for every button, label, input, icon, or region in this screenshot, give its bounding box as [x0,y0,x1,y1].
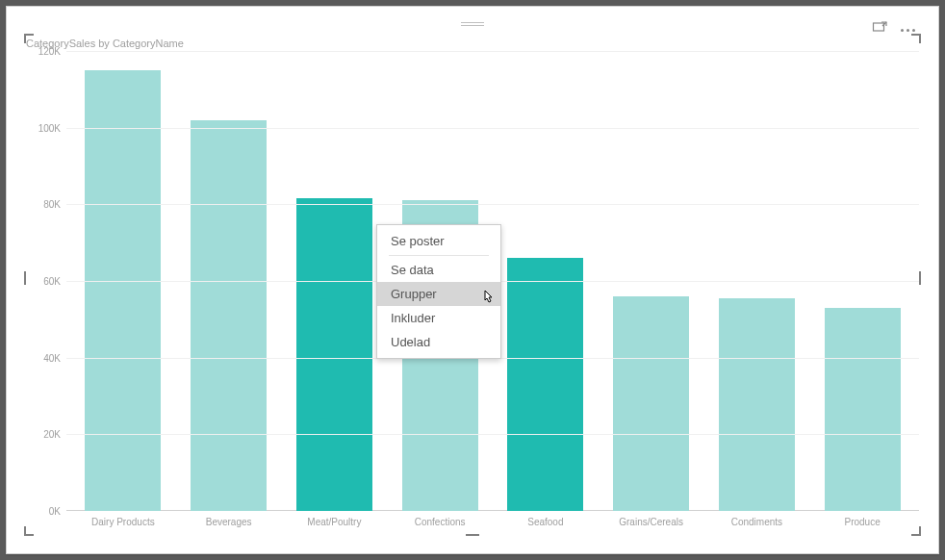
resize-handle-tl[interactable] [24,34,34,43]
context-menu-divider [389,255,489,256]
bar[interactable] [296,198,372,511]
gridline [66,434,919,435]
bar[interactable] [825,308,901,511]
y-tick-label: 120K [38,46,61,57]
app-frame: CategorySales by CategoryName 0K20K40K60… [6,6,939,554]
context-menu-item[interactable]: Grupper [377,282,500,306]
resize-handle-tr[interactable] [911,34,921,43]
x-axis: Dairy ProductsBeveragesMeat/PoultryConfe… [66,511,919,538]
x-tick-label: Seafood [493,511,599,538]
y-tick-label: 100K [38,122,61,133]
x-tick-label: Produce [809,511,915,538]
bar[interactable] [191,120,267,511]
resize-handle-br[interactable] [911,526,921,536]
x-tick-label: Condiments [704,511,810,538]
context-menu-item[interactable]: Udelad [377,330,500,354]
y-axis: 0K20K40K60K80K100K120K [22,51,66,511]
context-menu-item[interactable]: Inkluder [377,306,500,330]
resize-handle-left[interactable] [24,271,26,285]
context-menu-item[interactable]: Se poster [377,229,500,253]
resize-handle-bottom[interactable] [466,534,479,536]
svg-rect-0 [874,23,884,31]
x-tick-label: Grains/Cereals [599,511,704,538]
resize-handle-bl[interactable] [24,526,34,536]
gridline [66,204,919,205]
context-menu: Se posterSe dataGrupperInkluderUdelad [376,224,501,359]
y-tick-label: 40K [43,352,61,363]
bar[interactable] [85,70,161,511]
context-menu-item[interactable]: Se data [377,258,500,282]
more-options-icon[interactable] [897,29,919,32]
bar[interactable] [719,298,795,511]
y-tick-label: 60K [43,276,61,287]
y-tick-label: 80K [43,199,61,210]
gridline [66,128,919,129]
x-tick-label: Beverages [176,511,282,538]
drag-handle-icon[interactable] [461,20,484,28]
focus-mode-icon[interactable] [872,20,887,39]
resize-handle-right[interactable] [919,271,921,285]
bar[interactable] [507,258,583,511]
x-tick-label: Dairy Products [70,511,176,538]
x-tick-label: Meat/Poultry [282,511,388,538]
y-tick-label: 20K [43,429,61,440]
bar[interactable] [613,296,689,511]
y-tick-label: 0K [49,506,61,517]
gridline [66,51,919,52]
